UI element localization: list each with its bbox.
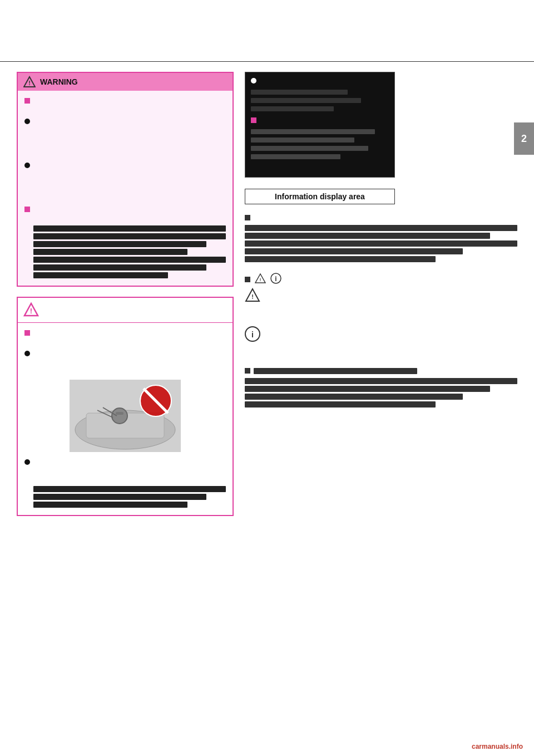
chapter-tab: 2 [514,122,534,155]
icons-header: ! i [245,273,517,284]
icons-section: ! i ! [245,273,517,357]
warning-header: ! WARNING [18,73,233,91]
section1-head [245,213,517,223]
bullet-icon [24,459,30,465]
warning-triangle-icon: ! [23,76,36,88]
pink-square-icon [24,207,30,212]
svg-point-7 [112,408,127,424]
left-column: ! WARNING [17,72,234,516]
svg-rect-8 [116,412,123,415]
small-warning-icon: ! [255,273,266,284]
dark-square-icon [245,215,250,220]
svg-text:!: ! [30,307,32,315]
svg-text:!: ! [260,277,261,282]
screen-indicator-dot [251,78,256,84]
warning-title: WARNING [40,77,78,86]
svg-text:!: ! [28,80,31,86]
caution-bullet2 [24,458,226,483]
warning-bullet1 [24,117,226,158]
small-info-icon: i [270,273,281,284]
warning-icon-row: ! [245,286,517,319]
caution-header: ! [18,298,233,323]
right-section1 [245,213,517,264]
page-container: 2 ! WARNING [0,0,534,756]
warning-bullet2 [24,161,226,202]
caution-diagram-image [70,380,181,452]
right-column: Information display area [245,72,517,516]
warning-box: ! WARNING [17,72,234,287]
caution-triangle-icon: ! [23,302,39,318]
pink-square-icon [24,330,30,336]
bullet-icon [24,119,30,124]
caution-body [18,323,233,515]
caution-bullet1 [24,349,226,374]
svg-text:i: i [251,330,254,339]
caution-box: ! [17,297,234,516]
bullet-icon [24,351,30,356]
caution-diagram-inner [70,380,181,452]
section2-head [245,366,517,376]
info-icon-row: i [245,325,517,357]
main-content: ! WARNING [0,72,534,516]
right-section2 [245,366,517,409]
svg-text:i: i [275,275,276,283]
warning-section2 [24,205,226,222]
instrument-screen [245,72,395,178]
pink-square-icon [24,98,30,104]
warning-triangle-large-icon: ! [245,288,260,303]
info-circle-large-icon: i [245,326,260,342]
screen-content [245,72,394,177]
top-rule [0,61,534,62]
warning-body [18,91,233,286]
screen-pink-square [251,117,256,123]
watermark: carmanuals.info [472,742,523,750]
dark-square-icon [245,368,250,374]
svg-text:!: ! [251,293,254,300]
bullet-icon [24,163,30,168]
caution-svg [70,380,181,452]
caution-section1 [24,328,226,346]
dark-square-icon [245,277,250,282]
warning-section1 [24,96,226,114]
info-display-label: Information display area [245,189,395,204]
